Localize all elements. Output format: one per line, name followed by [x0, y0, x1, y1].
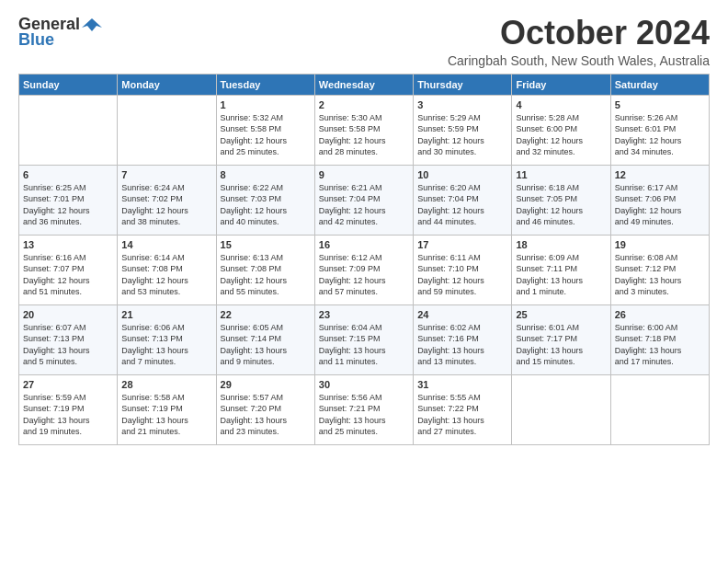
calendar-cell-2-5: 18Sunrise: 6:09 AM Sunset: 7:11 PM Dayli… [512, 235, 610, 304]
calendar-cell-1-5: 11Sunrise: 6:18 AM Sunset: 7:05 PM Dayli… [512, 165, 610, 235]
calendar-cell-0-3: 2Sunrise: 5:30 AM Sunset: 5:58 PM Daylig… [314, 95, 413, 165]
day-info: Sunrise: 6:21 AM Sunset: 7:04 PM Dayligh… [319, 182, 409, 228]
calendar-cell-3-6: 26Sunrise: 6:00 AM Sunset: 7:18 PM Dayli… [610, 304, 709, 374]
day-number: 21 [121, 309, 211, 320]
calendar-cell-0-0 [19, 95, 118, 165]
day-number: 15 [221, 239, 311, 250]
day-number: 20 [23, 309, 113, 320]
title-block: October 2024 Caringbah South, New South … [448, 15, 710, 68]
day-info: Sunrise: 6:17 AM Sunset: 7:06 PM Dayligh… [615, 182, 705, 228]
calendar-cell-4-4: 31Sunrise: 5:55 AM Sunset: 7:22 PM Dayli… [414, 374, 512, 444]
day-number: 2 [319, 99, 409, 110]
calendar-cell-3-5: 25Sunrise: 6:01 AM Sunset: 7:17 PM Dayli… [512, 304, 610, 374]
calendar-cell-2-6: 19Sunrise: 6:08 AM Sunset: 7:12 PM Dayli… [610, 235, 709, 304]
day-number: 29 [221, 379, 311, 390]
day-info: Sunrise: 6:18 AM Sunset: 7:05 PM Dayligh… [516, 182, 606, 228]
col-tuesday: Tuesday [216, 74, 314, 95]
week-row-0: 1Sunrise: 5:32 AM Sunset: 5:58 PM Daylig… [19, 95, 710, 165]
day-info: Sunrise: 6:24 AM Sunset: 7:02 PM Dayligh… [121, 182, 211, 228]
day-number: 14 [121, 239, 211, 250]
week-row-4: 27Sunrise: 5:59 AM Sunset: 7:19 PM Dayli… [19, 374, 710, 444]
day-info: Sunrise: 5:30 AM Sunset: 5:58 PM Dayligh… [319, 112, 409, 158]
col-saturday: Saturday [610, 74, 709, 95]
day-info: Sunrise: 6:01 AM Sunset: 7:17 PM Dayligh… [516, 322, 606, 368]
day-number: 13 [23, 239, 113, 250]
day-info: Sunrise: 6:13 AM Sunset: 7:08 PM Dayligh… [221, 252, 311, 298]
day-info: Sunrise: 6:08 AM Sunset: 7:12 PM Dayligh… [615, 252, 705, 298]
week-row-2: 13Sunrise: 6:16 AM Sunset: 7:07 PM Dayli… [19, 235, 710, 304]
day-number: 27 [23, 379, 113, 390]
day-number: 24 [417, 309, 507, 320]
day-info: Sunrise: 6:05 AM Sunset: 7:14 PM Dayligh… [221, 322, 311, 368]
calendar-cell-1-2: 8Sunrise: 6:22 AM Sunset: 7:03 PM Daylig… [216, 165, 314, 235]
col-monday: Monday [118, 74, 216, 95]
calendar-cell-1-6: 12Sunrise: 6:17 AM Sunset: 7:06 PM Dayli… [610, 165, 709, 235]
calendar-header-row: Sunday Monday Tuesday Wednesday Thursday… [19, 74, 710, 95]
col-sunday: Sunday [19, 74, 118, 95]
col-thursday: Thursday [414, 74, 512, 95]
col-friday: Friday [512, 74, 610, 95]
calendar-cell-2-2: 15Sunrise: 6:13 AM Sunset: 7:08 PM Dayli… [216, 235, 314, 304]
day-info: Sunrise: 6:09 AM Sunset: 7:11 PM Dayligh… [516, 252, 606, 298]
day-number: 4 [516, 99, 606, 110]
calendar-cell-1-4: 10Sunrise: 6:20 AM Sunset: 7:04 PM Dayli… [414, 165, 512, 235]
day-info: Sunrise: 6:06 AM Sunset: 7:13 PM Dayligh… [121, 322, 211, 368]
location-subtitle: Caringbah South, New South Wales, Austra… [448, 53, 710, 68]
col-wednesday: Wednesday [314, 74, 413, 95]
day-info: Sunrise: 5:55 AM Sunset: 7:22 PM Dayligh… [417, 392, 507, 438]
calendar-cell-0-6: 5Sunrise: 5:26 AM Sunset: 6:01 PM Daylig… [610, 95, 709, 165]
calendar-cell-3-4: 24Sunrise: 6:02 AM Sunset: 7:16 PM Dayli… [414, 304, 512, 374]
day-number: 30 [319, 379, 409, 390]
week-row-3: 20Sunrise: 6:07 AM Sunset: 7:13 PM Dayli… [19, 304, 710, 374]
calendar-cell-4-6 [610, 374, 709, 444]
day-info: Sunrise: 5:57 AM Sunset: 7:20 PM Dayligh… [221, 392, 311, 438]
day-info: Sunrise: 6:04 AM Sunset: 7:15 PM Dayligh… [319, 322, 409, 368]
day-number: 1 [221, 99, 311, 110]
day-number: 8 [221, 169, 311, 180]
day-info: Sunrise: 5:26 AM Sunset: 6:01 PM Dayligh… [615, 112, 705, 158]
day-info: Sunrise: 5:32 AM Sunset: 5:58 PM Dayligh… [221, 112, 311, 158]
logo-blue: Blue [18, 30, 54, 50]
calendar-cell-3-1: 21Sunrise: 6:06 AM Sunset: 7:13 PM Dayli… [118, 304, 216, 374]
calendar-cell-4-3: 30Sunrise: 5:56 AM Sunset: 7:21 PM Dayli… [314, 374, 413, 444]
day-number: 23 [319, 309, 409, 320]
day-number: 28 [121, 379, 211, 390]
calendar-cell-4-5 [512, 374, 610, 444]
day-number: 16 [319, 239, 409, 250]
month-title: October 2024 [448, 15, 710, 52]
calendar-cell-0-5: 4Sunrise: 5:28 AM Sunset: 6:00 PM Daylig… [512, 95, 610, 165]
day-number: 26 [615, 309, 705, 320]
page: General Blue October 2024 Caringbah Sout… [0, 0, 728, 563]
calendar-table: Sunday Monday Tuesday Wednesday Thursday… [18, 74, 710, 445]
day-info: Sunrise: 6:25 AM Sunset: 7:01 PM Dayligh… [23, 182, 113, 228]
day-info: Sunrise: 6:00 AM Sunset: 7:18 PM Dayligh… [615, 322, 705, 368]
calendar-cell-3-0: 20Sunrise: 6:07 AM Sunset: 7:13 PM Dayli… [19, 304, 118, 374]
day-info: Sunrise: 6:11 AM Sunset: 7:10 PM Dayligh… [417, 252, 507, 298]
day-number: 10 [417, 169, 507, 180]
calendar-cell-4-1: 28Sunrise: 5:58 AM Sunset: 7:19 PM Dayli… [118, 374, 216, 444]
calendar-cell-3-3: 23Sunrise: 6:04 AM Sunset: 7:15 PM Dayli… [314, 304, 413, 374]
calendar-cell-1-3: 9Sunrise: 6:21 AM Sunset: 7:04 PM Daylig… [314, 165, 413, 235]
logo-bird-icon [82, 17, 102, 33]
day-number: 11 [516, 169, 606, 180]
header: General Blue October 2024 Caringbah Sout… [18, 15, 710, 68]
day-number: 22 [221, 309, 311, 320]
week-row-1: 6Sunrise: 6:25 AM Sunset: 7:01 PM Daylig… [19, 165, 710, 235]
calendar-cell-2-0: 13Sunrise: 6:16 AM Sunset: 7:07 PM Dayli… [19, 235, 118, 304]
svg-marker-0 [82, 18, 102, 31]
calendar-cell-4-0: 27Sunrise: 5:59 AM Sunset: 7:19 PM Dayli… [19, 374, 118, 444]
day-info: Sunrise: 6:12 AM Sunset: 7:09 PM Dayligh… [319, 252, 409, 298]
calendar-cell-0-4: 3Sunrise: 5:29 AM Sunset: 5:59 PM Daylig… [414, 95, 512, 165]
day-info: Sunrise: 5:59 AM Sunset: 7:19 PM Dayligh… [23, 392, 113, 438]
day-info: Sunrise: 5:58 AM Sunset: 7:19 PM Dayligh… [121, 392, 211, 438]
day-number: 12 [615, 169, 705, 180]
day-info: Sunrise: 6:02 AM Sunset: 7:16 PM Dayligh… [417, 322, 507, 368]
calendar-cell-0-2: 1Sunrise: 5:32 AM Sunset: 5:58 PM Daylig… [216, 95, 314, 165]
day-number: 19 [615, 239, 705, 250]
day-number: 31 [417, 379, 507, 390]
day-info: Sunrise: 6:20 AM Sunset: 7:04 PM Dayligh… [417, 182, 507, 228]
day-info: Sunrise: 6:16 AM Sunset: 7:07 PM Dayligh… [23, 252, 113, 298]
calendar-cell-2-4: 17Sunrise: 6:11 AM Sunset: 7:10 PM Dayli… [414, 235, 512, 304]
calendar-cell-1-1: 7Sunrise: 6:24 AM Sunset: 7:02 PM Daylig… [118, 165, 216, 235]
day-number: 17 [417, 239, 507, 250]
